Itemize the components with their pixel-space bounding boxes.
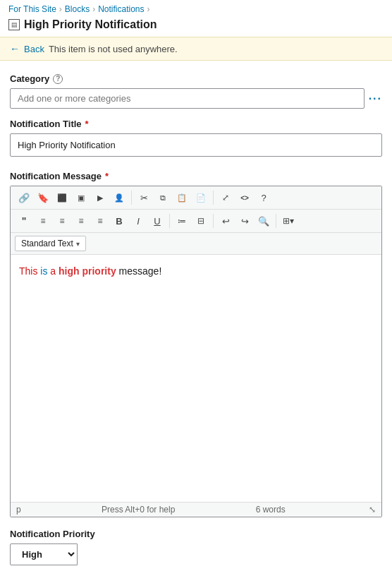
style-selector-value: Standard Text — [21, 239, 73, 248]
style-selector-arrow-icon: ▾ — [76, 240, 80, 248]
notification-title-field: Notification Title * — [10, 119, 382, 168]
undo-icon[interactable]: ↩ — [216, 212, 235, 230]
toolbar-sep-1 — [131, 191, 132, 205]
priority-dropdown: High Medium Low — [10, 543, 382, 565]
align-justify-icon[interactable]: ≡ — [91, 212, 109, 230]
text-a: a — [50, 265, 59, 277]
category-label: Category ? — [10, 73, 382, 84]
breadcrumb-sep-3: › — [147, 4, 150, 14]
breadcrumb-sep-1: › — [59, 4, 62, 14]
breadcrumb: For This Site › Blocks › Notifications › — [0, 0, 392, 17]
video-icon[interactable]: ▶ — [91, 188, 109, 207]
bullet-list-icon[interactable]: ≔ — [173, 212, 191, 230]
toolbar-sep-4 — [213, 214, 214, 228]
toolbar-sep-3 — [169, 214, 170, 228]
notification-message-field: Notification Message * 🔗 🔖 ⬛ ▣ ▶ 👤 ✂ ⧉ 📋 — [10, 171, 382, 517]
editor-hint: Press Alt+0 for help — [102, 505, 175, 515]
notification-priority-section: Notification Priority High Medium Low — [10, 529, 382, 565]
priority-select[interactable]: High Medium Low — [10, 543, 78, 565]
text-this: This — [19, 265, 37, 277]
bold-icon[interactable]: B — [110, 212, 128, 230]
blockquote-icon[interactable]: " — [15, 212, 33, 230]
align-center-icon[interactable]: ≡ — [53, 212, 71, 230]
editor-resize-icon[interactable]: ⤡ — [369, 505, 376, 515]
info-banner: ← Back This item is not used anywhere. — [0, 37, 392, 61]
main-content: Category ? ··· Notification Title * Noti… — [0, 61, 392, 571]
image-icon[interactable]: ⬛ — [53, 188, 71, 207]
help-toolbar-icon[interactable]: ? — [255, 188, 273, 207]
align-left-icon[interactable]: ≡ — [34, 212, 52, 230]
cut-icon[interactable]: ✂ — [135, 188, 153, 207]
notification-title-label: Notification Title * — [10, 119, 382, 129]
category-help-icon[interactable]: ? — [53, 74, 63, 84]
person-icon[interactable]: 👤 — [110, 188, 128, 207]
style-selector[interactable]: Standard Text ▾ — [15, 236, 86, 251]
notification-title-input[interactable] — [10, 133, 382, 157]
link-icon[interactable]: 🔗 — [15, 188, 33, 207]
style-selector-row: Standard Text ▾ — [11, 233, 381, 255]
italic-icon[interactable]: I — [129, 212, 147, 230]
text-priority: priority — [82, 265, 116, 277]
editor-word-count: 6 words — [256, 505, 286, 515]
text-message: message! — [116, 265, 162, 277]
banner-message: This item is not used anywhere. — [49, 44, 178, 54]
editor-toolbar-row2: " ≡ ≡ ≡ ≡ B I U ≔ ⊟ ↩ ↪ 🔍 ⊞▾ — [11, 210, 381, 233]
align-right-icon[interactable]: ≡ — [72, 212, 90, 230]
back-link[interactable]: Back — [24, 44, 44, 54]
message-required-star: * — [105, 171, 109, 181]
category-input[interactable] — [10, 88, 365, 109]
image-alt-icon[interactable]: ▣ — [72, 188, 90, 207]
table-icon[interactable]: ⊞▾ — [279, 212, 298, 230]
editor-body[interactable]: This is a high priority message! — [11, 255, 381, 502]
page-title: High Priority Notification — [24, 18, 157, 31]
breadcrumb-blocks[interactable]: Blocks — [65, 4, 90, 14]
back-arrow-icon: ← — [10, 43, 20, 54]
editor-container: 🔗 🔖 ⬛ ▣ ▶ 👤 ✂ ⧉ 📋 📄 ⤢ <> ? — [10, 186, 382, 517]
editor-paragraph: This is a high priority message! — [19, 263, 373, 279]
category-options-button[interactable]: ··· — [369, 92, 382, 105]
editor-statusbar: p Press Alt+0 for help 6 words ⤡ — [11, 502, 381, 517]
code-view-icon[interactable]: <> — [235, 188, 254, 207]
redo-icon[interactable]: ↪ — [235, 212, 254, 230]
fullscreen-icon[interactable]: ⤢ — [216, 188, 235, 207]
underline-icon[interactable]: U — [148, 212, 166, 230]
page-type-icon: ▤ — [8, 19, 20, 30]
priority-label: Notification Priority — [10, 529, 382, 539]
breadcrumb-notifications[interactable]: Notifications — [98, 4, 144, 14]
copy-icon[interactable]: ⧉ — [154, 188, 172, 207]
breadcrumb-sep-2: › — [92, 4, 95, 14]
paste-icon[interactable]: 📋 — [173, 188, 191, 207]
toolbar-sep-5 — [276, 214, 276, 228]
editor-element-tag: p — [16, 505, 21, 515]
text-is: is — [37, 265, 50, 277]
category-row: ··· — [10, 88, 382, 109]
category-field: Category ? ··· — [10, 73, 382, 109]
text-high: high — [59, 265, 80, 277]
toolbar-sep-2 — [213, 191, 214, 205]
bookmark-icon[interactable]: 🔖 — [34, 188, 52, 207]
paste-text-icon[interactable]: 📄 — [192, 188, 210, 207]
breadcrumb-for-this-site[interactable]: For This Site — [8, 4, 56, 14]
find-icon[interactable]: 🔍 — [255, 212, 273, 230]
notification-message-label: Notification Message * — [10, 171, 382, 181]
ordered-list-icon[interactable]: ⊟ — [192, 212, 210, 230]
editor-toolbar-row1: 🔗 🔖 ⬛ ▣ ▶ 👤 ✂ ⧉ 📋 📄 ⤢ <> ? — [11, 186, 381, 210]
page-title-row: ▤ High Priority Notification — [0, 17, 392, 37]
title-required-star: * — [85, 119, 89, 129]
